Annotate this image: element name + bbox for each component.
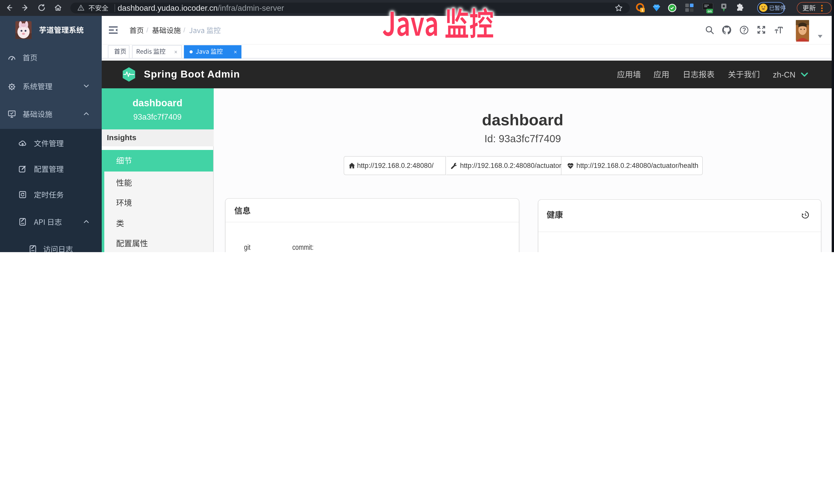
svg-text:git: git	[244, 243, 250, 252]
svg-text:Instance: Instance	[548, 251, 575, 252]
svg-text:on: on	[708, 9, 712, 13]
svg-text:UP: UP	[766, 251, 775, 252]
svg-text:1: 1	[641, 8, 643, 12]
svg-text:commit:: commit:	[292, 243, 313, 252]
